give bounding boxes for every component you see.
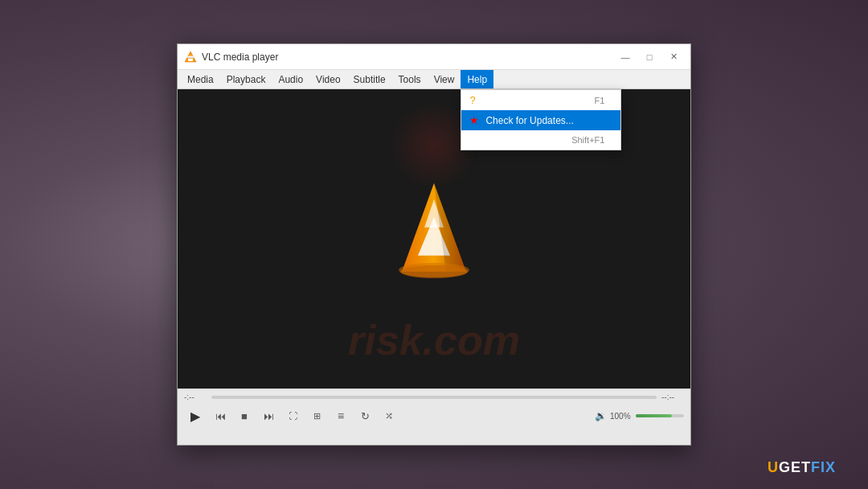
random-button[interactable]: ⤮ — [379, 405, 399, 426]
next-button[interactable]: ⏭ — [258, 405, 279, 426]
window-title: VLC media player — [202, 51, 615, 63]
menu-bar: Media Playback Audio Video Subtitle Tool… — [178, 70, 690, 89]
star-icon: ★ — [469, 114, 479, 126]
menu-tools[interactable]: Tools — [392, 70, 428, 88]
controls-bar: -:-- --:-- ▶ ⏮ ■ ⏭ ⛶ ⊞ ≡ ↻ ⤮ 🔉 100 — [178, 388, 690, 445]
title-bar: VLC media player — □ ✕ — [178, 44, 690, 70]
risk-watermark: risk.com — [178, 316, 690, 364]
volume-section: 🔉 100% — [595, 410, 684, 421]
vlc-window: VLC media player — □ ✕ Media Playback Au… — [177, 43, 691, 446]
volume-icon: 🔉 — [595, 410, 607, 421]
close-button[interactable]: ✕ — [663, 48, 684, 66]
play-button[interactable]: ▶ — [184, 405, 207, 427]
extended-button[interactable]: ⊞ — [306, 405, 327, 426]
vlc-cone — [386, 175, 482, 291]
svg-rect-3 — [187, 55, 194, 57]
menu-help[interactable]: Help ? Help F1 ★ Check for Updates... Ab… — [461, 70, 493, 88]
menu-subtitle[interactable]: Subtitle — [347, 70, 392, 88]
help-menu-help[interactable]: ? Help F1 — [461, 90, 620, 110]
brand-fix: FIX — [811, 459, 836, 475]
time-start: -:-- — [184, 392, 207, 401]
buttons-row: ▶ ⏮ ■ ⏭ ⛶ ⊞ ≡ ↻ ⤮ 🔉 100% — [184, 405, 684, 427]
maximize-button[interactable]: □ — [639, 48, 660, 66]
progress-row: -:-- --:-- — [184, 392, 684, 401]
svg-point-9 — [399, 263, 469, 277]
brand-get: GET — [779, 459, 811, 475]
playlist-button[interactable]: ≡ — [330, 405, 351, 426]
question-icon: ? — [469, 94, 475, 106]
menu-audio[interactable]: Audio — [272, 70, 309, 88]
prev-button[interactable]: ⏮ — [210, 405, 231, 426]
loop-button[interactable]: ↻ — [354, 405, 375, 426]
svg-rect-1 — [188, 59, 193, 61]
menu-media[interactable]: Media — [181, 70, 220, 88]
menu-video[interactable]: Video — [309, 70, 346, 88]
menu-playback[interactable]: Playback — [220, 70, 272, 88]
help-menu-about[interactable]: About Shift+F1 — [461, 130, 620, 150]
progress-track[interactable] — [211, 396, 657, 399]
window-controls: — □ ✕ — [615, 48, 684, 66]
time-end: --:-- — [661, 392, 684, 401]
fullscreen-button[interactable]: ⛶ — [282, 405, 303, 426]
menu-view[interactable]: View — [428, 70, 461, 88]
brand-u: U — [768, 459, 779, 475]
minimize-button[interactable]: — — [615, 48, 636, 66]
help-menu-check-updates[interactable]: ★ Check for Updates... — [461, 110, 620, 130]
volume-fill — [636, 414, 672, 417]
stop-button[interactable]: ■ — [234, 405, 255, 426]
brand-watermark: UGETFIX — [768, 459, 836, 476]
volume-label: 100% — [610, 412, 633, 421]
vlc-icon — [184, 51, 197, 64]
vlc-cone-svg — [386, 175, 482, 288]
volume-track[interactable] — [636, 414, 684, 417]
help-dropdown: ? Help F1 ★ Check for Updates... About S… — [461, 89, 621, 150]
svg-rect-2 — [187, 57, 194, 59]
